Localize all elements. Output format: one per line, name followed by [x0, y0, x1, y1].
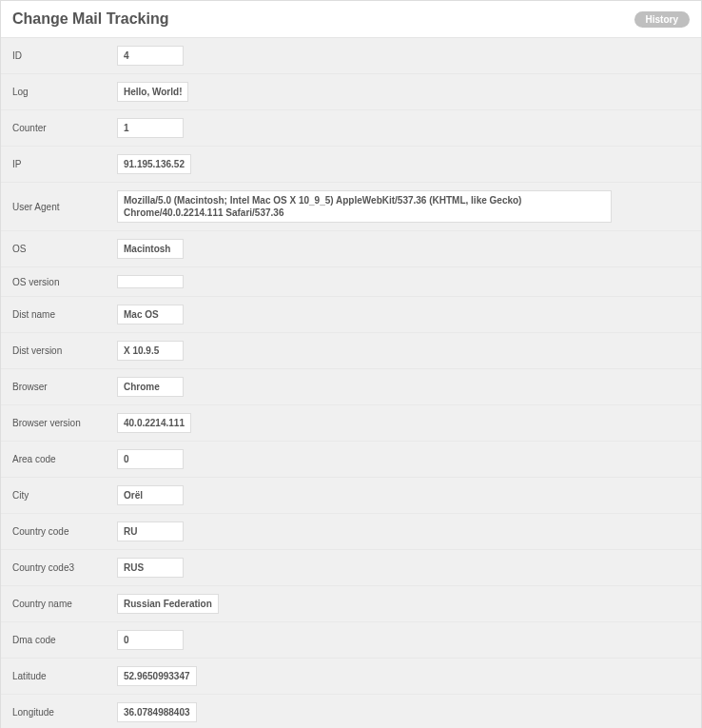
field-label: Dma code — [10, 635, 117, 645]
form-row: LogHello, World! — [1, 74, 701, 110]
field-value: 1 — [117, 118, 184, 138]
header: Change Mail Tracking History — [1, 1, 701, 38]
field-label: Longitude — [10, 707, 117, 718]
field-value: Orël — [117, 485, 184, 505]
form-row: BrowserChrome — [1, 369, 701, 405]
field-value: Hello, World! — [117, 82, 188, 102]
form-row: User AgentMozilla/5.0 (Macintosh; Intel … — [1, 183, 701, 231]
form-row: CityOrël — [1, 478, 701, 514]
field-value: 0 — [117, 449, 184, 469]
field-label: User Agent — [10, 202, 117, 212]
field-value: X 10.9.5 — [117, 341, 184, 361]
form-row: IP91.195.136.52 — [1, 147, 701, 183]
field-label: Dist version — [10, 345, 117, 356]
field-value: Macintosh — [117, 239, 184, 259]
field-label: OS version — [10, 277, 117, 287]
form-row: Country codeRU — [1, 514, 701, 550]
field-value — [117, 275, 184, 288]
form-row: Dma code0 — [1, 622, 701, 659]
field-label: Country code — [10, 526, 117, 537]
form-row: OS version — [1, 267, 701, 297]
page-title: Change Mail Tracking — [12, 10, 168, 28]
field-value: 52.9650993347 — [117, 666, 197, 686]
form-row: Longitude36.0784988403 — [1, 695, 701, 728]
form-row: Dist versionX 10.9.5 — [1, 333, 701, 369]
field-value: Russian Federation — [117, 594, 219, 614]
field-value: 4 — [117, 46, 184, 66]
field-label: Browser — [10, 382, 117, 392]
form-row: ID4 — [1, 38, 701, 74]
field-value: RUS — [117, 558, 184, 578]
main-panel: Change Mail Tracking History ID4LogHello… — [0, 0, 702, 728]
history-button[interactable]: History — [634, 11, 690, 28]
form-row: Country code3RUS — [1, 550, 701, 586]
field-label: Latitude — [10, 671, 117, 681]
field-label: Browser version — [10, 418, 117, 428]
field-label: ID — [10, 50, 117, 61]
form-rows: ID4LogHello, World!Counter1IP91.195.136.… — [1, 38, 701, 728]
form-row: Browser version40.0.2214.111 — [1, 405, 701, 442]
field-label: Counter — [10, 123, 117, 133]
field-label: Country name — [10, 599, 117, 609]
field-value: Mozilla/5.0 (Macintosh; Intel Mac OS X 1… — [117, 190, 612, 223]
field-value: Mac OS — [117, 305, 184, 325]
field-label: Country code3 — [10, 562, 117, 573]
field-value: 36.0784988403 — [117, 702, 197, 722]
form-row: Dist nameMac OS — [1, 297, 701, 333]
field-label: OS — [10, 244, 117, 254]
field-label: Dist name — [10, 309, 117, 320]
field-value: 40.0.2214.111 — [117, 413, 191, 433]
form-row: Latitude52.9650993347 — [1, 659, 701, 695]
field-value: 0 — [117, 630, 184, 650]
field-label: IP — [10, 159, 117, 169]
form-row: Country nameRussian Federation — [1, 586, 701, 622]
field-label: Log — [10, 87, 117, 97]
form-row: Counter1 — [1, 110, 701, 147]
field-label: City — [10, 490, 117, 501]
field-label: Area code — [10, 454, 117, 464]
form-row: Area code0 — [1, 442, 701, 478]
field-value: RU — [117, 521, 184, 541]
field-value: 91.195.136.52 — [117, 154, 191, 174]
field-value: Chrome — [117, 377, 184, 397]
form-row: OSMacintosh — [1, 231, 701, 267]
